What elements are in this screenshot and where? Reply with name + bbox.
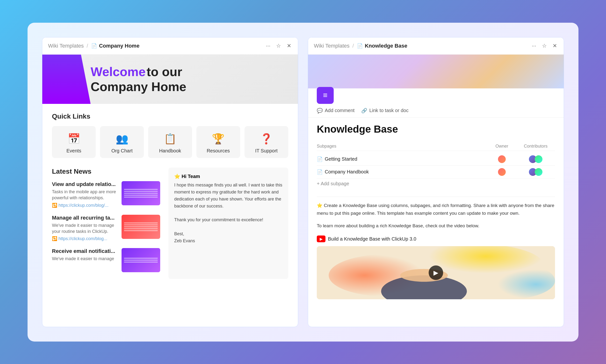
orgchart-label: Org Chart [111, 148, 133, 154]
right-breadcrumb: Wiki Templates [314, 43, 350, 49]
news-item-2-desc: We've made it easier to manage your rout… [52, 222, 117, 234]
thumb-line [124, 230, 158, 231]
kb-description: ⭐ Create a Knowledge Base using columns,… [317, 202, 555, 217]
add-subpage-button[interactable]: + Add subpage [317, 179, 555, 189]
thumb-lines-2 [121, 220, 160, 234]
hero-welcome: Welcome to ourCompany Home [91, 64, 186, 94]
right-doc-icon: 📄 [357, 43, 363, 49]
news-item-1-text: View and update relatio... Tasks in the … [52, 181, 117, 208]
news-thumb-red [121, 215, 160, 239]
quick-link-orgchart[interactable]: 👥 Org Chart [100, 126, 144, 158]
right-star-button[interactable]: ☆ [541, 42, 548, 50]
subpage-doc-icon: 📄 [317, 156, 323, 162]
play-button[interactable]: ▶ [429, 265, 443, 280]
thumb-line [124, 193, 158, 194]
news-item-1: View and update relatio... Tasks in the … [52, 181, 160, 208]
left-more-button[interactable]: ··· [265, 42, 271, 50]
video-title: Build a Knowledge Base with ClickUp 3.0 [328, 236, 416, 242]
left-close-button[interactable]: ✕ [286, 42, 292, 50]
col-contributors-label: Contributors [516, 144, 555, 149]
news-thumb-purple-1 [121, 181, 160, 205]
events-icon: 📅 [68, 133, 80, 145]
letter-card: ⭐ Hi Team I hope this message finds you … [168, 168, 288, 279]
right-panel: Wiki Templates / 📄 Knowledge Base ··· ☆ … [308, 37, 564, 327]
right-more-button[interactable]: ··· [531, 42, 537, 50]
left-panel: Wiki Templates / 📄 Company Home ··· ☆ ✕ … [42, 37, 298, 327]
subpage-company-handbook[interactable]: 📄 Company Handbook [317, 169, 487, 175]
hero-banner: Welcome to ourCompany Home [42, 55, 298, 104]
subpage-2-owner [487, 168, 516, 176]
events-label: Events [66, 148, 81, 154]
contributor-avatar-4 [535, 168, 542, 176]
orgchart-icon: 👥 [116, 133, 128, 145]
news-item-2: Manage all recurring ta... We've made it… [52, 215, 160, 241]
youtube-icon: ▶ [317, 235, 326, 242]
resources-icon: 🏆 [212, 133, 224, 145]
quick-link-handbook[interactable]: 📋 Handbook [148, 126, 192, 158]
hero-text: Welcome to ourCompany Home [91, 64, 186, 94]
news-item-3-title: Receive email notificati... [52, 248, 117, 254]
quick-links-title: Quick Links [52, 113, 288, 120]
owner-avatar-2 [498, 168, 506, 176]
letter-body: I hope this message finds you all well. … [174, 182, 282, 244]
handbook-icon: 📋 [164, 133, 176, 145]
kb-main-title: Knowledge Base [317, 123, 555, 135]
left-breadcrumb-sep: / [87, 43, 88, 49]
link-icon: 🔗 [361, 108, 367, 114]
quick-link-itsupport[interactable]: ❓ IT Support [245, 126, 288, 158]
video-link-row: ▶ Build a Knowledge Base with ClickUp 3.… [317, 235, 555, 242]
news-item-1-title: View and update relatio... [52, 181, 117, 187]
right-breadcrumb-sep: / [353, 43, 354, 49]
main-container: Wiki Templates / 📄 Company Home ··· ☆ ✕ … [27, 23, 579, 341]
star-emoji: ⭐ [174, 174, 180, 179]
thumb-line [124, 224, 158, 225]
right-page-title: Knowledge Base [365, 43, 407, 49]
news-item-3: Receive email notificati... We've made i… [52, 248, 160, 272]
thumb-line [124, 260, 158, 261]
right-panel-header: Wiki Templates / 📄 Knowledge Base ··· ☆ … [308, 38, 564, 55]
news-item-2-link[interactable]: 🔁 https://clickup.com/blog... [52, 236, 117, 241]
add-comment-button[interactable]: 💬 Add comment [317, 108, 355, 114]
thumb-line [124, 261, 158, 262]
thumb-line [124, 191, 158, 192]
subpage-1-contributors [516, 155, 555, 163]
right-panel-content: ≡ 💬 Add comment 🔗 Link to task or doc Kn… [308, 55, 564, 327]
thumb-line [124, 222, 158, 223]
news-item-1-thumb [121, 181, 160, 205]
left-star-button[interactable]: ☆ [275, 42, 282, 50]
link-task-doc-button[interactable]: 🔗 Link to task or doc [361, 108, 408, 114]
content-area: Quick Links 📅 Events 👥 Org Chart 📋 Handb… [42, 104, 298, 288]
news-item-1-link[interactable]: 🔁 https://clickup.com/blog/... [52, 203, 117, 208]
right-header-actions: ··· ☆ ✕ [531, 42, 558, 50]
thumb-line [124, 197, 158, 198]
left-panel-header: Wiki Templates / 📄 Company Home ··· ☆ ✕ [42, 38, 298, 55]
subpage-2-contributors [516, 168, 555, 176]
add-comment-label: Add comment [325, 108, 355, 113]
news-item-3-text: Receive email notificati... We've made i… [52, 248, 117, 263]
quick-link-resources[interactable]: 🏆 Resources [197, 126, 240, 158]
left-doc-icon: 📄 [91, 43, 97, 49]
left-page-title: Company Home [99, 43, 139, 49]
thumb-line [124, 228, 158, 229]
left-breadcrumb: Wiki Templates [48, 43, 84, 49]
add-subpage-label: + Add subpage [317, 181, 349, 186]
thumb-lines-1 [121, 186, 160, 200]
quick-link-events[interactable]: 📅 Events [52, 126, 96, 158]
quick-links-grid: 📅 Events 👥 Org Chart 📋 Handbook 🏆 Resour… [52, 126, 288, 158]
letter-header: ⭐ Hi Team [174, 173, 282, 179]
kb-doc-icon: ≡ [317, 87, 334, 104]
left-panel-content: Welcome to ourCompany Home Quick Links 📅… [42, 55, 298, 327]
video-thumbnail[interactable]: 🔷 ClickUp [317, 246, 555, 299]
video-content: 🔷 ClickUp [317, 246, 555, 299]
contributors-group-1 [529, 155, 542, 163]
subpages-table: Subpages Owner Contributors 📄 Getting St… [317, 142, 555, 189]
subpage-company-handbook-label: Company Handbook [325, 169, 369, 175]
kb-content: Knowledge Base Subpages Owner Contributo… [308, 118, 564, 305]
subpage-getting-started[interactable]: 📄 Getting Started [317, 156, 487, 162]
news-thumb-purple-3 [121, 248, 160, 272]
subpage-row-2: 📄 Company Handbook [317, 166, 555, 179]
thumb-lines-3 [121, 255, 160, 265]
thumb-line [124, 189, 158, 190]
svg-point-3 [460, 262, 555, 299]
right-close-button[interactable]: ✕ [552, 42, 558, 50]
